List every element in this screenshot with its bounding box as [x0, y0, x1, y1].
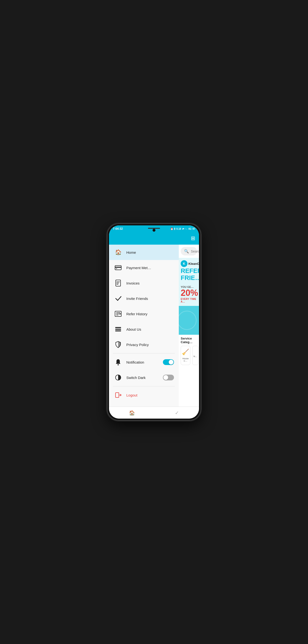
- bottom-nav: 🏠 ✓: [109, 406, 199, 418]
- sidebar: 🏠 Home Payment Met…: [109, 244, 179, 406]
- payment-icon: [114, 263, 122, 272]
- svg-rect-16: [115, 393, 119, 398]
- service-card-house[interactable]: 🧹 House C…: [181, 346, 190, 365]
- notification-toggle[interactable]: [163, 359, 174, 365]
- svg-rect-5: [116, 283, 119, 283]
- brand-name: KleanCor: [188, 262, 199, 266]
- sidebar-label-logout: Logout: [126, 393, 137, 397]
- bottom-nav-check[interactable]: ✓: [171, 409, 183, 417]
- home-icon: 🏠: [114, 248, 122, 257]
- service-section-title: Service Categ…: [181, 337, 197, 344]
- svg-rect-12: [115, 329, 121, 330]
- svg-point-14: [118, 364, 119, 366]
- sidebar-label-payment: Payment Met…: [126, 266, 151, 270]
- sidebar-item-payment[interactable]: Payment Met…: [109, 260, 179, 276]
- sidebar-item-delete[interactable]: Delete Account: [109, 403, 179, 406]
- svg-rect-6: [116, 284, 118, 284]
- search-input[interactable]: [191, 250, 199, 253]
- service-card-label: House C…: [182, 357, 189, 362]
- refer-headline: REFER FRIE…: [181, 268, 199, 281]
- phone-frame: 7:04:32 ⏰ ₿ 0.18 ⇄ ↑↓ 4G 87 ⊞ 🏠 Home: [107, 224, 201, 420]
- divider-2: [113, 386, 175, 386]
- sidebar-label-invite: Invite Friends: [126, 296, 148, 300]
- bottom-check-icon: ✓: [175, 410, 179, 416]
- sidebar-label-about: About Us: [126, 327, 141, 331]
- sidebar-label-home: Home: [126, 250, 136, 254]
- network-icon: 4G: [188, 228, 192, 230]
- dark-mode-icon: [114, 373, 122, 382]
- sidebar-item-invoices[interactable]: Invoices: [109, 276, 179, 291]
- service-card-next[interactable]: N…: [192, 346, 199, 365]
- search-bar: 🔍: [181, 247, 197, 256]
- dark-toggle[interactable]: [163, 375, 174, 380]
- bottom-nav-home[interactable]: 🏠: [125, 409, 139, 417]
- sidebar-item-about[interactable]: About Us: [109, 322, 179, 337]
- sidebar-item-privacy[interactable]: Privacy Policy: [109, 337, 179, 352]
- grid-icon[interactable]: ⊞: [191, 235, 195, 242]
- alarm-icon: ⏰: [170, 228, 173, 230]
- about-icon: [114, 325, 122, 334]
- logo-circle: K: [181, 260, 188, 267]
- sidebar-item-notification[interactable]: Notification: [109, 354, 179, 370]
- sidebar-label-privacy: Privacy Policy: [126, 343, 149, 347]
- sidebar-item-invite[interactable]: Invite Friends: [109, 291, 179, 306]
- right-panel: 🔍 K KleanCor REFER FRIE… YOU G: [179, 244, 199, 406]
- svg-rect-4: [116, 282, 120, 282]
- every-time-text: EVERY TIME A…: [181, 298, 199, 303]
- promo-banner: K KleanCor REFER FRIE… YOU GE… 20% EVERY…: [179, 258, 199, 306]
- sidebar-item-logout[interactable]: Logout: [109, 387, 179, 403]
- service-cards: 🧹 House C… N…: [181, 346, 197, 365]
- sidebar-item-home[interactable]: 🏠 Home: [109, 244, 179, 260]
- svg-rect-13: [115, 330, 121, 331]
- svg-rect-1: [115, 267, 121, 268]
- service-card-label-next: N…: [194, 355, 197, 358]
- invite-icon: [114, 294, 122, 303]
- screen: 7:04:32 ⏰ ₿ 0.18 ⇄ ↑↓ 4G 87 ⊞ 🏠 Home: [109, 226, 199, 418]
- camera-notch: [152, 229, 156, 232]
- notification-icon: [114, 358, 122, 366]
- wifi-icon: ⇄: [182, 228, 184, 230]
- main-area: 🏠 Home Payment Met…: [109, 244, 199, 406]
- brand-logo: K KleanCor: [181, 260, 199, 267]
- status-icons: ⏰ ₿ 0.18 ⇄ ↑↓ 4G 87: [170, 228, 195, 230]
- globe-icon: [179, 311, 197, 330]
- data-speed: 0.18: [176, 228, 181, 230]
- discount-percent: 20%: [181, 288, 198, 298]
- sidebar-item-refer[interactable]: Refer History: [109, 306, 179, 322]
- aqua-banner: [179, 306, 199, 335]
- signal-icon: ↑↓: [185, 228, 188, 230]
- sidebar-label-notification: Notification: [126, 360, 144, 364]
- battery-icon: 87: [193, 228, 195, 230]
- privacy-icon: [114, 340, 122, 349]
- logout-icon: [114, 391, 122, 400]
- divider-1: [113, 353, 175, 354]
- service-section: Service Categ… 🧹 House C… N…: [179, 335, 199, 367]
- invoices-icon: [114, 279, 122, 288]
- house-cleaning-icon: 🧹: [182, 349, 189, 356]
- bottom-home-icon: 🏠: [129, 410, 135, 416]
- sidebar-label-dark: Switch Dark: [126, 376, 145, 380]
- sidebar-label-refer: Refer History: [126, 312, 147, 316]
- svg-rect-11: [115, 327, 121, 328]
- status-time: 7:04:32: [113, 227, 123, 230]
- sidebar-label-invoices: Invoices: [126, 281, 139, 285]
- svg-rect-2: [116, 268, 117, 269]
- refer-icon: [114, 310, 122, 318]
- search-icon: 🔍: [184, 249, 189, 254]
- app-header: ⊞: [109, 232, 199, 244]
- bluetooth-icon: ₿: [174, 228, 176, 230]
- sidebar-item-dark[interactable]: Switch Dark: [109, 370, 179, 385]
